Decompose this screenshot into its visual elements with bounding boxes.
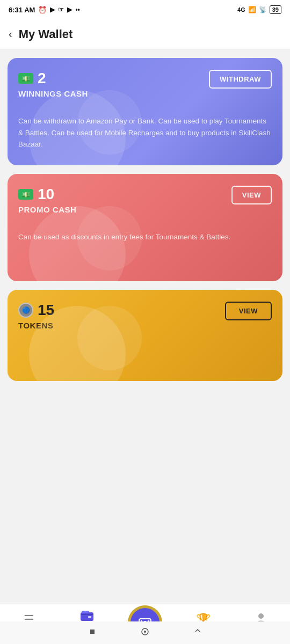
promo-view-button[interactable]: VIEW (231, 186, 272, 204)
withdraw-button[interactable]: WITHDRAW (209, 70, 272, 89)
winnings-cash-card: 💵 2 WINNINGS CASH WITHDRAW Can be withdr… (8, 58, 282, 165)
youtube-icon: ▶ (50, 6, 55, 13)
system-nav-bar (0, 621, 290, 644)
wifi-icon: 📡 (259, 6, 267, 13)
winnings-amount: 2 (38, 70, 46, 87)
alarm-icon: ⏰ (38, 6, 47, 14)
promo-top-row: 💵 10 PROMO CASH VIEW (18, 186, 272, 214)
status-time: 6:31 AM ⏰ ▶ ☞ ▶ •• (9, 6, 80, 14)
youtube2-icon: ▶ (67, 6, 72, 13)
promo-cash-icon: 💵 (18, 189, 33, 200)
back-button[interactable]: ‹ (9, 28, 12, 40)
svg-point-8 (258, 613, 264, 619)
svg-rect-3 (82, 611, 89, 613)
svg-rect-1 (81, 614, 93, 615)
status-bar: 6:31 AM ⏰ ▶ ☞ ▶ •• 4G 📶 📡 39 (0, 0, 290, 19)
sys-home-button[interactable] (140, 627, 150, 636)
token-icon: 🔵 (18, 303, 33, 318)
page-title: My Wallet (19, 27, 73, 41)
4g-icon: 4G (237, 6, 245, 13)
signal-icon: 📶 (248, 6, 256, 13)
winnings-description: Can be withdrawn to Amazon Pay or Bank. … (18, 115, 272, 150)
sys-back-button[interactable] (88, 627, 97, 636)
promo-description: Can be used as discounts in entry fees f… (18, 231, 272, 243)
sys-recents-button[interactable] (193, 627, 202, 636)
svg-rect-0 (81, 612, 93, 621)
tokens-card: 🔵 15 TOKENS VIEW (8, 290, 282, 381)
svg-rect-9 (90, 630, 95, 634)
winnings-cash-icon: 💵 (18, 73, 33, 84)
main-content: 💵 2 WINNINGS CASH WITHDRAW Can be withdr… (0, 49, 290, 390)
status-indicators: 4G 📶 📡 39 (237, 5, 281, 14)
hand-icon: ☞ (58, 6, 64, 13)
winnings-top-row: 💵 2 WINNINGS CASH WITHDRAW (18, 70, 272, 98)
svg-rect-2 (88, 616, 91, 618)
battery-indicator: 39 (270, 5, 281, 14)
svg-point-11 (144, 631, 146, 633)
page-header: ‹ My Wallet (0, 19, 290, 49)
promo-cash-card: 💵 10 PROMO CASH VIEW Can be used as disc… (8, 174, 282, 281)
promo-amount: 10 (38, 186, 54, 203)
tokens-view-button[interactable]: VIEW (225, 302, 272, 320)
dots-icon: •• (75, 6, 79, 13)
